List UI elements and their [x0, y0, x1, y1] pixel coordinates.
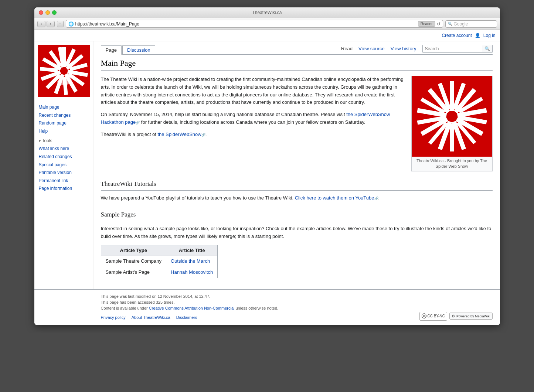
- content-area: Main page Recent changes Random page Hel…: [34, 41, 500, 289]
- page-footer: This page was last modified on 12 Novemb…: [34, 289, 500, 325]
- spiderwebshow-link[interactable]: the SpiderWebShow: [157, 132, 201, 137]
- intro-paragraph-2: On Saturday, November 15, 2014, help us …: [101, 111, 405, 126]
- maximize-button[interactable]: [52, 10, 57, 15]
- article-image-box: TheatreWiki.ca - Brought to you by The S…: [411, 76, 493, 171]
- browser-window: TheatreWiki.ca ‹ › + 🌐 https://theatrewi…: [34, 7, 500, 325]
- user-icon: 👤: [475, 33, 480, 38]
- footer-badges: 🅭 CC BY-NC ⚙ Powered by MediaWiki: [419, 312, 493, 321]
- tutorials-section-title: TheatreWiki Tutorials: [101, 177, 493, 191]
- tab-read[interactable]: Read: [338, 44, 356, 53]
- view-tabs: Read View source View history 🔍: [338, 44, 493, 54]
- sidebar-item-page-information[interactable]: Page information: [39, 185, 89, 193]
- create-account-link[interactable]: Create account: [442, 33, 472, 38]
- table-row: Sample Theatre Company Outside the March: [101, 256, 218, 267]
- table-cell-type-1: Sample Theatre Company: [101, 256, 166, 267]
- sidebar: Main page Recent changes Random page Hel…: [34, 41, 93, 289]
- mediawiki-badge: ⚙ Powered by MediaWiki: [449, 313, 493, 320]
- article-text: The Theatre Wiki is a nation-wide projec…: [101, 76, 405, 171]
- sample-pages-intro: Interested in seeing what a sample page …: [101, 225, 493, 241]
- table-col-title: Article Title: [166, 245, 218, 256]
- tools-header: ▾ Tools: [39, 138, 89, 143]
- browser-search[interactable]: 🔍 Google: [445, 20, 497, 28]
- sidebar-item-related-changes[interactable]: Related changes: [39, 153, 89, 161]
- forward-button[interactable]: ›: [47, 21, 55, 27]
- svg-rect-27: [450, 124, 454, 151]
- tools-label: Tools: [42, 138, 52, 143]
- close-button[interactable]: [39, 10, 43, 15]
- main-content: Page Discussion Read View source View hi…: [93, 41, 500, 289]
- youtube-ext-icon: 🔗: [374, 197, 378, 200]
- intro-paragraph-3: TheatreWiki is a project of the SpiderWe…: [101, 131, 405, 139]
- mw-label: Powered by MediaWiki: [456, 314, 490, 318]
- minimize-button[interactable]: [45, 10, 50, 15]
- footer-bottom: Privacy policy About TheatreWiki.ca Disc…: [101, 312, 493, 321]
- reader-button[interactable]: Reader: [418, 21, 435, 27]
- page-body: Create account 👤 Log in: [34, 30, 500, 325]
- footer-links: Privacy policy About TheatreWiki.ca Disc…: [101, 315, 197, 320]
- privacy-policy-link[interactable]: Privacy policy: [101, 315, 126, 320]
- disclaimers-link[interactable]: Disclaimers: [176, 315, 197, 320]
- wiki-search-box[interactable]: 🔍: [422, 45, 493, 53]
- wiki-search-button[interactable]: 🔍: [482, 45, 492, 52]
- sidebar-item-printable-version[interactable]: Printable version: [39, 169, 89, 177]
- tab-discussion[interactable]: Discussion: [122, 45, 155, 54]
- nav-buttons: ‹ ›: [37, 21, 55, 27]
- sidebar-item-help[interactable]: Help: [39, 127, 89, 136]
- sidebar-logo: [38, 45, 90, 97]
- intro3-suffix: .: [205, 132, 207, 137]
- sidebar-item-random-page[interactable]: Random page: [39, 119, 89, 127]
- user-actions-bar: Create account 👤 Log in: [34, 30, 500, 41]
- sidebar-item-main-page[interactable]: Main page: [39, 103, 89, 112]
- sidebar-item-permanent-link[interactable]: Permanent link: [39, 177, 89, 185]
- tools-collapse-icon[interactable]: ▾: [39, 139, 41, 143]
- browser-search-placeholder: Google: [454, 21, 494, 27]
- cc-link[interactable]: Creative Commons Attribution Non-Commerc…: [149, 306, 235, 310]
- intro2-suffix: for further details, including locations…: [140, 119, 365, 125]
- outside-march-link[interactable]: Outside the March: [171, 258, 210, 264]
- table-cell-type-2: Sample Artist's Page: [101, 267, 166, 278]
- table-cell-title-1: Outside the March: [166, 256, 218, 267]
- sidebar-item-special-pages[interactable]: Special pages: [39, 161, 89, 169]
- wiki-search-input[interactable]: [423, 45, 482, 52]
- article-title: Main Page: [101, 55, 493, 71]
- sidebar-navigation: Main page Recent changes Random page Hel…: [34, 100, 93, 196]
- tabs-bar: Page Discussion Read View source View hi…: [101, 41, 493, 55]
- sidebar-item-what-links-here[interactable]: What links here: [39, 145, 89, 153]
- sample-pages-table: Article Type Article Title Sample Theatr…: [101, 245, 218, 278]
- content-license-suffix: unless otherwise noted.: [234, 306, 278, 310]
- table-col-type: Article Type: [101, 245, 166, 256]
- tab-view-history[interactable]: View history: [388, 44, 419, 53]
- log-in-link[interactable]: Log in: [483, 33, 496, 38]
- hackathon-ext-icon: 🔗: [136, 121, 140, 125]
- window-title: TheatreWiki.ca: [252, 10, 282, 15]
- article-image: [412, 76, 492, 157]
- sample-pages-section-title: Sample Pages: [101, 207, 493, 221]
- last-modified-text: This page was last modified on 12 Novemb…: [101, 294, 493, 299]
- hannah-moscovitch-link[interactable]: Hannah Moscovitch: [171, 269, 213, 275]
- cc-badge: 🅭 CC BY-NC: [419, 312, 447, 321]
- table-row: Sample Artist's Page Hannah Moscovitch: [101, 267, 218, 278]
- back-button[interactable]: ‹: [37, 21, 45, 27]
- tab-page[interactable]: Page: [101, 45, 122, 55]
- cc-icon: 🅭: [422, 313, 427, 319]
- sidebar-item-recent-changes[interactable]: Recent changes: [39, 112, 89, 120]
- toolbar: ‹ › + 🌐 https://theatrewiki.ca/Main_Page…: [34, 18, 500, 30]
- intro3-prefix: TheatreWiki is a project of: [101, 132, 158, 137]
- content-license-text: Content is available under Creative Comm…: [101, 306, 493, 310]
- tutorials-paragraph: We have prepared a YouTube playlist of t…: [101, 194, 493, 202]
- add-tab-button[interactable]: +: [57, 21, 64, 27]
- url-display[interactable]: https://theatrewiki.ca/Main_Page: [75, 21, 416, 27]
- youtube-link[interactable]: Click here to watch them on YouTube: [295, 195, 374, 201]
- title-bar: TheatreWiki.ca: [34, 7, 500, 18]
- intro2-prefix: On Saturday, November 15, 2014, help us …: [101, 112, 347, 117]
- window-buttons: [39, 10, 57, 15]
- tab-view-source[interactable]: View source: [356, 44, 388, 53]
- reload-button[interactable]: ↺: [437, 21, 441, 27]
- access-count-text: This page has been accessed 325 times.: [101, 300, 493, 304]
- tools-section: ▾ Tools What links here Related changes …: [39, 138, 89, 193]
- globe-icon: 🌐: [68, 21, 74, 27]
- intro-paragraph-1: The Theatre Wiki is a nation-wide projec…: [101, 76, 405, 106]
- about-link[interactable]: About TheatreWiki.ca: [132, 315, 170, 320]
- address-bar: 🌐 https://theatrewiki.ca/Main_Page Reade…: [66, 20, 443, 28]
- cc-label: CC BY-NC: [428, 314, 445, 318]
